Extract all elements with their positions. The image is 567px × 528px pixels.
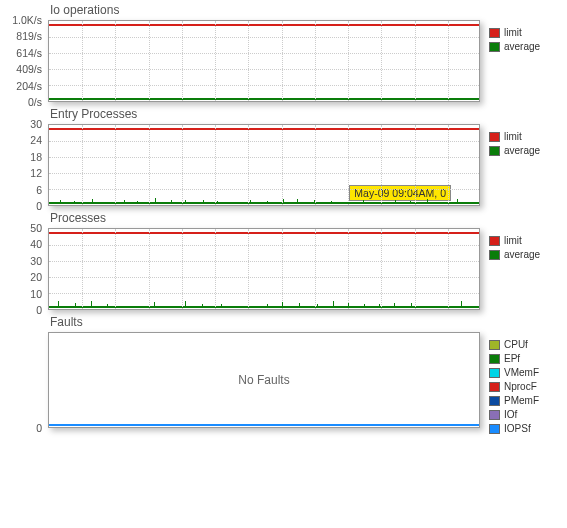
data-spike [203, 200, 204, 204]
data-spike [443, 202, 444, 204]
legend-label: average [504, 40, 540, 53]
legend-swatch [489, 424, 500, 434]
gridline [415, 229, 416, 309]
legend-item: EPf [489, 352, 567, 365]
data-spike [267, 304, 268, 308]
gridline [115, 21, 116, 101]
data-spike [333, 301, 334, 308]
data-spike [348, 202, 349, 204]
legend-label: average [504, 144, 540, 157]
data-spike [427, 199, 428, 204]
data-spike [75, 303, 76, 308]
chart-faults: Faults 0 No Faults CPUfEPfVMemFNprocFPMe… [0, 312, 567, 436]
legend-label: IOPSf [504, 422, 531, 435]
legend-item: IOf [489, 408, 567, 421]
data-spike [381, 203, 382, 205]
chart-area[interactable]: May-09 09:04AM, 0 [48, 124, 480, 206]
data-spike [91, 301, 92, 308]
legend-label: limit [504, 234, 522, 247]
legend-item: limit [489, 234, 567, 247]
gridline [348, 125, 349, 205]
data-spike [427, 307, 428, 308]
gridline [182, 229, 183, 309]
legend-label: PMemF [504, 394, 539, 407]
data-spike [250, 200, 251, 204]
iopsf-line [49, 424, 479, 426]
data-spike [283, 199, 284, 204]
legend-label: EPf [504, 352, 520, 365]
legend-swatch [489, 410, 500, 420]
y-axis: 0 [0, 332, 48, 428]
data-spike [348, 303, 349, 308]
data-spike [154, 302, 155, 308]
gridline [149, 125, 150, 205]
data-spike [461, 301, 462, 308]
chart-area[interactable] [48, 20, 480, 102]
data-spike [379, 304, 380, 308]
gridline [248, 21, 249, 101]
gridline [381, 229, 382, 309]
data-spike [74, 201, 75, 204]
data-spike [60, 200, 61, 204]
legend-item: CPUf [489, 338, 567, 351]
legend-item: limit [489, 26, 567, 39]
legend: limitaverage [481, 228, 567, 262]
legend-item: VMemF [489, 366, 567, 379]
gridline [381, 125, 382, 205]
legend-swatch [489, 28, 500, 38]
data-spike [395, 200, 396, 204]
gridline [115, 229, 116, 309]
legend: limitaverage [481, 124, 567, 158]
gridline [348, 21, 349, 101]
data-spike [58, 301, 59, 308]
data-spike [282, 302, 283, 308]
legend-item: limit [489, 130, 567, 143]
gridline [282, 229, 283, 309]
gridline [315, 125, 316, 205]
legend-item: PMemF [489, 394, 567, 407]
data-spike [364, 304, 365, 308]
gridline [182, 125, 183, 205]
gridline [381, 21, 382, 101]
gridline [348, 229, 349, 309]
legend-item: average [489, 40, 567, 53]
chart-area[interactable]: No Faults [48, 332, 480, 428]
legend-swatch [489, 340, 500, 350]
gridline [149, 21, 150, 101]
data-tooltip: May-09 09:04AM, 0 [349, 185, 451, 201]
chart-processes: Processes 50403020100 limitaverage [0, 208, 567, 310]
data-spike [234, 306, 235, 308]
gridline [82, 125, 83, 205]
legend-label: limit [504, 130, 522, 143]
gridline [315, 229, 316, 309]
data-spike [185, 301, 186, 308]
legend: CPUfEPfVMemFNprocFPMemFIOfIOPSf [481, 332, 567, 436]
data-spike [185, 200, 186, 204]
gridline [415, 125, 416, 205]
data-spike [140, 307, 141, 308]
data-spike [411, 303, 412, 308]
legend-item: average [489, 248, 567, 261]
legend-swatch [489, 236, 500, 246]
gridline [448, 125, 449, 205]
data-spike [267, 201, 268, 204]
chart-area[interactable] [48, 228, 480, 310]
data-spike [314, 200, 315, 204]
gridline [248, 229, 249, 309]
legend-swatch [489, 368, 500, 378]
legend-swatch [489, 354, 500, 364]
gridline [215, 21, 216, 101]
legend-label: NprocF [504, 380, 537, 393]
data-spike [170, 307, 171, 308]
gridline [82, 21, 83, 101]
gridline [315, 21, 316, 101]
legend-label: average [504, 248, 540, 261]
gridline [282, 21, 283, 101]
gridline [282, 125, 283, 205]
chart-entry-processes: Entry Processes 3024181260 May-09 09:04A… [0, 104, 567, 206]
legend-label: limit [504, 26, 522, 39]
gridline [215, 125, 216, 205]
data-spike [202, 304, 203, 308]
gridline [448, 229, 449, 309]
y-axis: 50403020100 [0, 228, 48, 310]
